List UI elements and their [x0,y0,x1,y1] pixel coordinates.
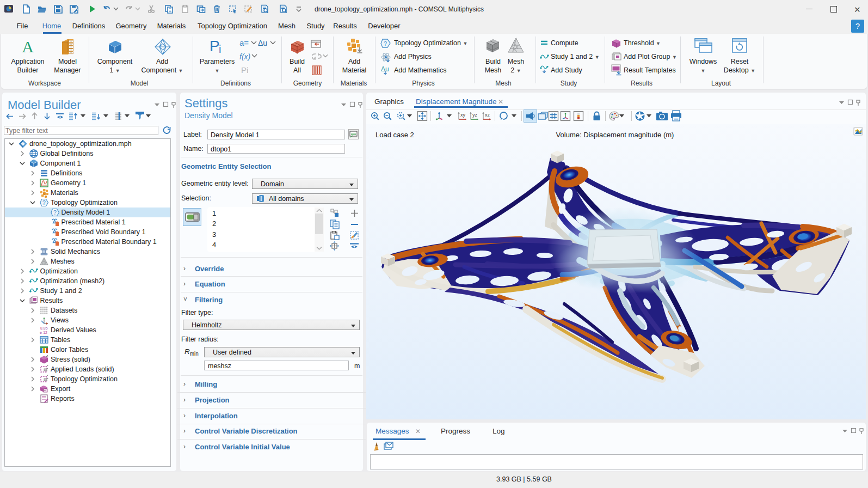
svg-text:Pi: Pi [241,65,248,75]
svg-text:i: i [219,43,221,55]
svg-text:a=: a= [239,38,249,47]
svg-text:Δu: Δu [258,39,267,47]
svg-text:xy: xy [460,112,466,118]
svg-text:f(x): f(x) [239,52,250,61]
svg-text:?: ? [53,209,57,216]
svg-text:e-12: e-12 [40,331,47,334]
svg-text:yz: yz [472,112,478,118]
svg-text:?: ? [384,40,387,47]
svg-text:xz: xz [485,112,490,118]
svg-text:?: ? [42,199,46,206]
svg-text:P: P [210,38,220,54]
svg-text:A: A [22,38,34,56]
svg-text:8.85: 8.85 [40,326,48,330]
